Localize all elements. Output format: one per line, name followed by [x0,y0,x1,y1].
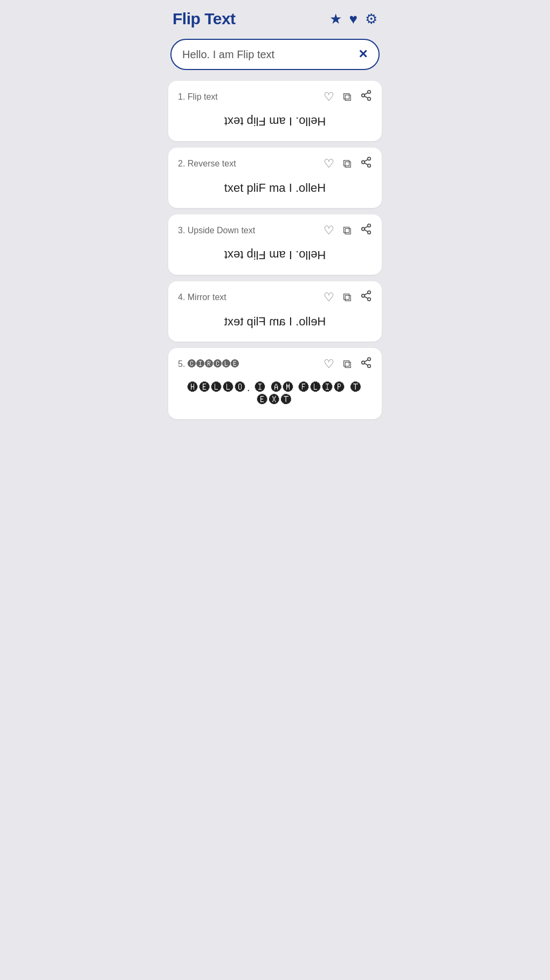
cards-container: 1. Flip text ♡ ⧉ Hello. I am Flip text 2… [162,79,388,421]
svg-line-13 [365,230,368,232]
copy-icon[interactable]: ⧉ [343,357,352,371]
flip-text-card: 1. Flip text ♡ ⧉ Hello. I am Flip text [168,81,382,141]
card-header: 4. Mirror text ♡ ⧉ [178,290,372,305]
search-bar: ✕ [170,39,380,70]
card-title: 2. Reverse text [178,159,236,169]
card-actions: ♡ ⧉ [324,156,372,171]
bubble-text-output: 🅗🅔🅛🅛🅞. 🅘 🅐🅜 🅕🅛🅘🅟 🅣🅔🅧🅣 [178,379,372,408]
favorite-icon[interactable]: ♡ [324,224,334,238]
star-icon[interactable]: ★ [329,11,342,27]
copy-icon[interactable]: ⧉ [343,157,352,171]
card-actions: ♡ ⧉ [324,89,372,105]
share-icon[interactable] [360,290,372,305]
svg-line-24 [365,360,368,362]
svg-line-9 [365,159,368,162]
svg-line-23 [365,363,368,365]
svg-line-4 [365,93,368,95]
share-icon[interactable] [360,156,372,171]
svg-line-14 [365,226,368,228]
header-actions: ★ ♥ ⚙ [329,11,377,27]
favorite-icon[interactable]: ♡ [324,157,334,171]
svg-line-3 [365,96,368,98]
mirror-text-output: Hello. I am Flip text [178,312,372,331]
reverse-text-output: txet pliF ma I .olleH [178,179,372,197]
clear-icon[interactable]: ✕ [358,47,368,61]
gear-icon[interactable]: ⚙ [365,11,377,27]
card-title: 4. Mirror text [178,293,226,302]
share-icon[interactable] [360,223,372,238]
bubble-text-card: 5. 🅒🅘🅡🅒🅛🅔 ♡ ⧉ 🅗🅔🅛🅛🅞. 🅘 🅐🅜 🅕🅛🅘🅟 🅣🅔🅧🅣 [168,348,382,419]
copy-icon[interactable]: ⧉ [343,224,352,238]
card-title: 3. Upside Down text [178,226,255,235]
favorite-icon[interactable]: ♡ [324,290,334,304]
header: Flip Text ★ ♥ ⚙ [162,0,388,36]
heart-icon[interactable]: ♥ [349,11,358,27]
card-title: 1. Flip text [178,92,218,102]
reverse-text-card: 2. Reverse text ♡ ⧉ txet pliF ma I .olle… [168,148,382,208]
share-icon[interactable] [360,357,372,372]
upside-down-output: Hello. I am Flip text [178,246,372,264]
share-icon[interactable] [360,89,372,105]
favorite-icon[interactable]: ♡ [324,357,334,371]
upside-down-card: 3. Upside Down text ♡ ⧉ Hello. I am Flip… [168,214,382,275]
search-input[interactable] [182,48,353,61]
flip-text-output: Hello. I am Flip text [178,112,372,130]
card-header: 3. Upside Down text ♡ ⧉ [178,223,372,238]
card-actions: ♡ ⧉ [324,223,372,238]
card-header: 2. Reverse text ♡ ⧉ [178,156,372,171]
card-header: 5. 🅒🅘🅡🅒🅛🅔 ♡ ⧉ [178,357,372,372]
favorite-icon[interactable]: ♡ [324,90,334,104]
card-header: 1. Flip text ♡ ⧉ [178,89,372,105]
svg-line-18 [365,296,368,298]
card-actions: ♡ ⧉ [324,357,372,372]
svg-line-8 [365,163,368,165]
svg-line-19 [365,293,368,295]
search-bar-container: ✕ [162,36,388,79]
app-title: Flip Text [173,10,236,28]
copy-icon[interactable]: ⧉ [343,290,352,304]
mirror-text-card: 4. Mirror text ♡ ⧉ Hello. I am Flip text [168,281,382,342]
card-actions: ♡ ⧉ [324,290,372,305]
copy-icon[interactable]: ⧉ [343,90,352,104]
card-title: 5. 🅒🅘🅡🅒🅛🅔 [178,359,239,369]
